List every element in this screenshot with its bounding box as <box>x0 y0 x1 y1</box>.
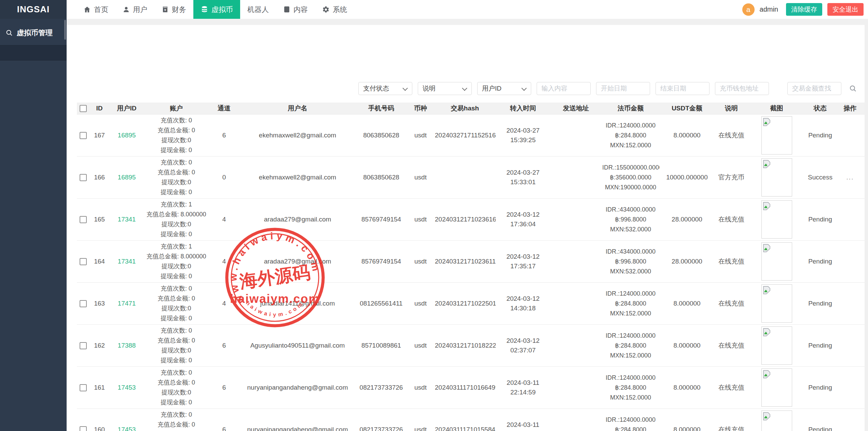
filter-input-wallet-address[interactable] <box>715 82 769 95</box>
user-id-link[interactable]: 16895 <box>118 174 136 181</box>
cell-id: 161 <box>89 367 110 409</box>
sidebar-scrollbar-thumb[interactable] <box>64 20 66 40</box>
cell-send-address <box>550 199 602 241</box>
screenshot-thumb[interactable] <box>761 200 792 239</box>
row-checkbox[interactable] <box>80 300 87 307</box>
nav-item-home[interactable]: 首页 <box>76 0 115 19</box>
screenshot-thumb[interactable] <box>761 158 792 197</box>
nav-item-crypto[interactable]: 虚拟币 <box>193 0 240 19</box>
row-action[interactable] <box>836 115 865 157</box>
cell-id: 160 <box>89 409 110 431</box>
cell-channel: 6 <box>209 325 239 367</box>
select-all-checkbox[interactable] <box>80 105 87 112</box>
nav-item-robot[interactable]: 机器人 <box>240 0 276 19</box>
nav-item-users[interactable]: 用户 <box>115 0 154 19</box>
cell-screenshot <box>748 367 805 409</box>
sidebar-item-wallet-address[interactable] <box>0 119 67 134</box>
cell-fiat-amount: IDR.:434000.0000฿:996.8000MXN:532.0000 <box>602 199 660 241</box>
cell-usdt-amount: 8.000000 <box>660 115 714 157</box>
row-checkbox[interactable] <box>80 426 87 431</box>
cell-user-id: 17388 <box>110 325 144 367</box>
admin-username[interactable]: admin <box>760 5 778 13</box>
user-id-link[interactable]: 17341 <box>118 216 136 223</box>
filter-input-end-date[interactable] <box>656 82 709 95</box>
row-checkbox[interactable] <box>80 216 87 223</box>
brand-logo: INGSAI <box>0 0 67 19</box>
cell-phone: 85769749154 <box>356 241 407 283</box>
filter-input-amount-search[interactable] <box>787 82 841 95</box>
cell-usdt-amount: 8.000000 <box>660 283 714 325</box>
cell-tx-hash: 202403111710155841 <box>434 409 496 431</box>
cell-username: ekehmaxwell2@gmail.com <box>239 115 356 157</box>
row-action[interactable]: ... <box>836 157 865 199</box>
user-id-link[interactable]: 16895 <box>118 132 136 139</box>
user-id-link[interactable]: 17453 <box>118 384 136 391</box>
filter-select-note[interactable]: 说明 <box>418 82 472 95</box>
cell-id: 164 <box>89 241 110 283</box>
row-checkbox[interactable] <box>80 258 87 265</box>
row-checkbox[interactable] <box>80 174 87 181</box>
cell-channel: 6 <box>209 367 239 409</box>
cell-note: 在线充值 <box>714 409 748 431</box>
user-id-link[interactable]: 17341 <box>118 258 136 265</box>
cell-channel: 0 <box>209 157 239 199</box>
gear-icon <box>322 6 330 13</box>
screenshot-thumb[interactable] <box>761 242 792 281</box>
nav-item-system[interactable]: 系统 <box>315 0 354 19</box>
logout-button[interactable]: 安全退出 <box>827 3 864 16</box>
sidebar-section-title: 虚拟币管理 <box>0 19 67 45</box>
header-checkbox-cell <box>77 103 89 115</box>
avatar[interactable]: a <box>742 3 755 16</box>
nav-item-content[interactable]: 内容 <box>276 0 315 19</box>
cell-fiat-amount: IDR.:124000.0000฿:284.8000MXN:152.0000 <box>602 325 660 367</box>
chevron-down-icon <box>402 85 408 91</box>
screenshot-thumb[interactable] <box>761 410 792 431</box>
row-checkbox[interactable] <box>80 132 87 139</box>
cell-tx-hash: 202403121710225018 <box>434 283 496 325</box>
clear-cache-button[interactable]: 清除缓存 <box>786 3 822 16</box>
row-checkbox-cell <box>77 157 89 199</box>
row-checkbox-cell <box>77 283 89 325</box>
cell-username: nuryanipangandaheng@gmail.com <box>239 367 356 409</box>
magnifier-icon[interactable] <box>849 84 857 93</box>
sidebar-item-market-config[interactable] <box>0 105 67 119</box>
sidebar-item-transfer-out[interactable] <box>0 60 67 75</box>
sidebar-item-transfer-in[interactable] <box>0 45 67 60</box>
row-checkbox[interactable] <box>80 342 87 349</box>
user-id-link[interactable]: 17471 <box>118 300 136 307</box>
row-action[interactable] <box>836 199 865 241</box>
screenshot-thumb[interactable] <box>761 116 792 154</box>
screenshot-thumb[interactable] <box>761 284 792 323</box>
filter-input-keyword[interactable] <box>537 82 591 95</box>
sidebar-item-coin-config[interactable] <box>0 75 67 90</box>
sidebar-item-daily-income[interactable] <box>0 90 67 105</box>
row-action[interactable] <box>836 241 865 283</box>
cell-fiat-amount: IDR.:124000.0000฿:284.8000MXN:152.0000 <box>602 283 660 325</box>
column-header-8: 转入时间 <box>496 103 550 115</box>
row-action[interactable] <box>836 409 865 431</box>
row-action[interactable] <box>836 367 865 409</box>
cell-user-id: 17471 <box>110 283 144 325</box>
cell-send-address <box>550 115 602 157</box>
cell-username: nuryanipangandaheng@gmail.com <box>239 409 356 431</box>
filter-select-user-id[interactable]: 用户ID <box>477 82 531 95</box>
row-action[interactable] <box>836 325 865 367</box>
row-action[interactable] <box>836 283 865 325</box>
screenshot-thumb[interactable] <box>761 326 792 365</box>
cell-account: 充值次数: 1充值总金额: 8.000000提现次数:0提现金额: 0 <box>144 199 209 241</box>
cell-account: 充值次数: 0充值总金额: 0提现次数:0提现金额: 0 <box>144 283 209 325</box>
status-text: Pending <box>805 367 836 409</box>
screenshot-thumb[interactable] <box>761 368 792 407</box>
broken-image-icon <box>763 328 770 339</box>
user-id-link[interactable]: 17388 <box>118 342 136 349</box>
cell-username: junaidiar1411@gmail.com <box>239 283 356 325</box>
records-table-wrap: ID用户ID账户通道用户名手机号码币种交易hash转入时间发送地址法币金额USD… <box>77 103 865 431</box>
filter-input-start-date[interactable] <box>596 82 650 95</box>
filter-select-pay-status[interactable]: 支付状态 <box>358 82 412 95</box>
cell-channel: 4 <box>209 241 239 283</box>
nav-item-finance[interactable]: ¥ 财务 <box>154 0 193 19</box>
cell-id: 162 <box>89 325 110 367</box>
cell-id: 163 <box>89 283 110 325</box>
row-checkbox[interactable] <box>80 384 87 391</box>
user-id-link[interactable]: 17453 <box>118 426 136 431</box>
